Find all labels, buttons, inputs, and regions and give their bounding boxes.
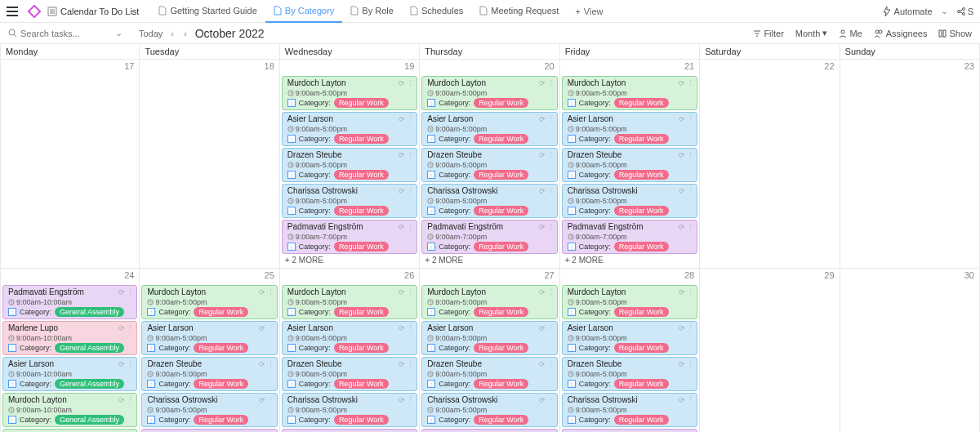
drag-handle-icon[interactable]: ⋮: [687, 287, 694, 297]
drag-handle-icon[interactable]: ⋮: [267, 395, 274, 405]
more-events-button[interactable]: + 2 MORE: [421, 254, 557, 266]
category-badge[interactable]: Regular Work: [194, 343, 248, 353]
drag-handle-icon[interactable]: ⋮: [547, 222, 555, 232]
event-card[interactable]: ⟳⋮Asier Larson9:00am-5:00pmCategory:Regu…: [282, 112, 417, 146]
category-badge[interactable]: Regular Work: [474, 379, 528, 389]
event-card[interactable]: ⟳⋮Charissa Ostrowski9:00am-5:00pmCategor…: [421, 393, 557, 427]
event-card[interactable]: ⟳⋮Drazen Steube9:00am-5:00pmCategory:Reg…: [562, 148, 697, 182]
category-badge[interactable]: Regular Work: [474, 242, 528, 252]
event-card[interactable]: ⟳⋮Asier Larson9:00am-5:00pmCategory:Regu…: [421, 112, 557, 146]
calendar-cell[interactable]: 27⟳⋮Murdoch Layton9:00am-5:00pmCategory:…: [420, 269, 559, 432]
event-card[interactable]: ⟳⋮Marlene Lupo9:00am-10:00amCategory:Gen…: [2, 321, 137, 355]
filter-button[interactable]: Filter: [753, 29, 783, 38]
calendar-cell[interactable]: 28⟳⋮Murdoch Layton9:00am-5:00pmCategory:…: [560, 269, 700, 432]
category-badge[interactable]: Regular Work: [334, 343, 389, 353]
drag-handle-icon[interactable]: ⋮: [687, 186, 694, 196]
calendar-cell[interactable]: 21⟳⋮Murdoch Layton9:00am-5:00pmCategory:…: [560, 60, 700, 269]
category-badge[interactable]: Regular Work: [614, 134, 669, 144]
category-badge[interactable]: General Assembly: [55, 307, 124, 317]
drag-handle-icon[interactable]: ⋮: [407, 395, 414, 405]
event-card[interactable]: ⟳⋮Murdoch Layton9:00am-5:00pmCategory:Re…: [562, 76, 697, 110]
drag-handle-icon[interactable]: ⋮: [547, 359, 555, 369]
category-badge[interactable]: Regular Work: [194, 415, 248, 425]
calendar-cell[interactable]: 25⟳⋮Murdoch Layton9:00am-5:00pmCategory:…: [140, 269, 279, 432]
category-badge[interactable]: Regular Work: [334, 170, 389, 180]
assignees-button[interactable]: Assignees: [874, 29, 928, 38]
event-card[interactable]: ⟳⋮Padmavati Engström9:00am-7:00pmCategor…: [562, 429, 697, 432]
drag-handle-icon[interactable]: ⋮: [687, 395, 694, 405]
share-button[interactable]: S: [956, 7, 973, 16]
category-badge[interactable]: Regular Work: [474, 98, 528, 108]
tab-getting-started-guide[interactable]: Getting Started Guide: [150, 0, 265, 23]
category-badge[interactable]: Regular Work: [474, 206, 528, 216]
automate-chevron-icon[interactable]: ⌄: [941, 6, 948, 16]
event-card[interactable]: ⟳⋮Asier Larson9:00am-5:00pmCategory:Regu…: [282, 321, 417, 355]
drag-handle-icon[interactable]: ⋮: [407, 222, 414, 232]
category-badge[interactable]: Regular Work: [614, 206, 669, 216]
automate-button[interactable]: Automate: [883, 7, 933, 16]
calendar-cell[interactable]: 23: [840, 60, 980, 269]
event-card[interactable]: ⟳⋮Padmavati Engström9:00am-7:00pmCategor…: [562, 220, 697, 254]
category-badge[interactable]: Regular Work: [474, 343, 528, 353]
category-badge[interactable]: Regular Work: [334, 307, 389, 317]
event-card[interactable]: ⟳⋮Charissa Ostrowski9:00am-5:00pmCategor…: [562, 184, 697, 218]
drag-handle-icon[interactable]: ⋮: [407, 359, 414, 369]
event-card[interactable]: ⟳⋮Padmavati Engström9:00am-7:00pmCategor…: [421, 220, 557, 254]
drag-handle-icon[interactable]: ⋮: [547, 287, 555, 297]
event-card[interactable]: ⟳⋮Charissa Ostrowski9:00am-5:00pmCategor…: [282, 393, 417, 427]
event-card[interactable]: ⟳⋮Charissa Ostrowski9:00am-5:00pmCategor…: [282, 184, 417, 218]
category-badge[interactable]: General Assembly: [55, 343, 124, 353]
category-badge[interactable]: Regular Work: [614, 170, 669, 180]
drag-handle-icon[interactable]: ⋮: [547, 323, 555, 333]
event-card[interactable]: ⟳⋮Asier Larson9:00am-5:00pmCategory:Regu…: [562, 321, 697, 355]
event-card[interactable]: ⟳⋮Padmavati Engström9:00am-7:00pmCategor…: [282, 220, 417, 254]
category-badge[interactable]: General Assembly: [55, 379, 124, 389]
drag-handle-icon[interactable]: ⋮: [407, 78, 414, 88]
drag-handle-icon[interactable]: ⋮: [547, 150, 555, 160]
category-badge[interactable]: Regular Work: [614, 415, 669, 425]
category-badge[interactable]: Regular Work: [474, 415, 528, 425]
category-badge[interactable]: Regular Work: [194, 379, 248, 389]
event-card[interactable]: ⟳⋮Murdoch Layton9:00am-5:00pmCategory:Re…: [421, 285, 557, 319]
search-dropdown-icon[interactable]: ⌄: [115, 28, 122, 38]
category-badge[interactable]: Regular Work: [614, 242, 669, 252]
category-badge[interactable]: Regular Work: [194, 307, 248, 317]
event-card[interactable]: ⟳⋮Murdoch Layton9:00am-5:00pmCategory:Re…: [562, 285, 697, 319]
show-button[interactable]: Show: [938, 29, 972, 38]
drag-handle-icon[interactable]: ⋮: [547, 395, 555, 405]
search-box[interactable]: ⌄: [8, 28, 122, 38]
category-badge[interactable]: Regular Work: [614, 379, 669, 389]
drag-handle-icon[interactable]: ⋮: [127, 359, 134, 369]
tab-by-category[interactable]: By Category: [265, 0, 343, 23]
event-card[interactable]: ⟳⋮Drazen Steube9:00am-5:00pmCategory:Reg…: [282, 148, 417, 182]
event-card[interactable]: ⟳⋮Charissa Ostrowski9:00am-5:00pmCategor…: [141, 393, 277, 427]
event-card[interactable]: ⟳⋮Sanjeev Aquino9:00am-10:00amCategory:G…: [2, 429, 137, 432]
prev-arrow-icon[interactable]: ‹: [169, 29, 176, 38]
calendar-cell[interactable]: 20⟳⋮Murdoch Layton9:00am-5:00pmCategory:…: [420, 60, 559, 269]
add-view-button[interactable]: + View: [567, 7, 611, 16]
page-title[interactable]: Calendar To Do List: [47, 7, 139, 16]
category-badge[interactable]: Regular Work: [334, 379, 389, 389]
event-card[interactable]: ⟳⋮Charissa Ostrowski9:00am-5:00pmCategor…: [421, 184, 557, 218]
calendar-cell[interactable]: 29: [700, 269, 840, 432]
event-card[interactable]: ⟳⋮Drazen Steube9:00am-5:00pmCategory:Reg…: [141, 357, 277, 391]
drag-handle-icon[interactable]: ⋮: [267, 287, 274, 297]
category-badge[interactable]: General Assembly: [55, 415, 124, 425]
tab-schedules[interactable]: Schedules: [402, 0, 471, 23]
tab-meeting-request[interactable]: Meeting Request: [471, 0, 567, 23]
event-card[interactable]: ⟳⋮Murdoch Layton9:00am-10:00amCategory:G…: [2, 393, 137, 427]
drag-handle-icon[interactable]: ⋮: [687, 222, 694, 232]
category-badge[interactable]: Regular Work: [334, 415, 389, 425]
drag-handle-icon[interactable]: ⋮: [127, 287, 134, 297]
drag-handle-icon[interactable]: ⋮: [127, 395, 134, 405]
category-badge[interactable]: Regular Work: [334, 134, 389, 144]
category-badge[interactable]: Regular Work: [334, 242, 389, 252]
drag-handle-icon[interactable]: ⋮: [127, 323, 134, 333]
calendar-cell[interactable]: 26⟳⋮Murdoch Layton9:00am-5:00pmCategory:…: [280, 269, 420, 432]
calendar-cell[interactable]: 17: [0, 60, 140, 269]
drag-handle-icon[interactable]: ⋮: [687, 323, 694, 333]
event-card[interactable]: ⟳⋮Asier Larson9:00am-10:00amCategory:Gen…: [2, 357, 137, 391]
event-card[interactable]: ⟳⋮Asier Larson9:00am-5:00pmCategory:Regu…: [421, 321, 557, 355]
event-card[interactable]: ⟳⋮Murdoch Layton9:00am-5:00pmCategory:Re…: [282, 285, 417, 319]
category-badge[interactable]: Regular Work: [334, 98, 389, 108]
